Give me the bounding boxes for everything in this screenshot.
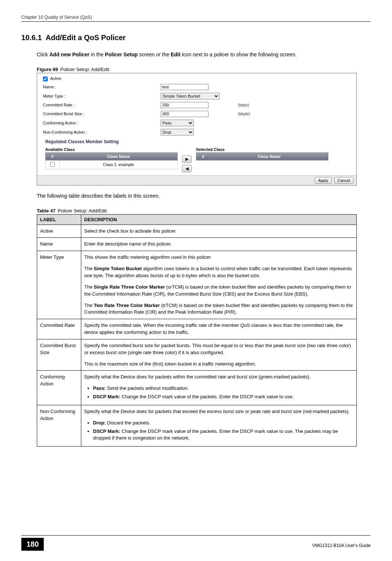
- intro-bold-edit: Edit: [171, 52, 180, 57]
- th-description: DESCRIPTION: [81, 214, 357, 225]
- row-label: Committed Rate: [37, 319, 81, 339]
- available-row-checkbox[interactable]: [50, 162, 55, 167]
- table-row: Conforming Action Specify what the Devic…: [37, 371, 357, 405]
- table-caption: Table 47Policer Setup: Add/Edit: [37, 208, 371, 214]
- row-label: Meter Type: [37, 251, 81, 319]
- arrow-column: ▶ ◀: [178, 147, 196, 172]
- table-row: Committed Burst Size Specify the committ…: [37, 339, 357, 371]
- cancel-button[interactable]: Cancel: [334, 177, 353, 184]
- committed-burst-unit: (kbyte): [238, 112, 250, 116]
- figure-caption: Figure 69Policer Setup: Add/Edit: [37, 67, 371, 72]
- apply-button[interactable]: Apply: [315, 177, 332, 184]
- bullet-list: Pass: Send the packets without modificat…: [84, 385, 353, 401]
- row-desc: Specify the committed burst size for pac…: [81, 339, 357, 371]
- table-row: Name Enter the descriptive name of this …: [37, 238, 357, 251]
- row-label: Name: [37, 238, 81, 251]
- description-table: LABEL DESCRIPTION Active Select the chec…: [37, 214, 357, 447]
- selected-col-hash: #: [196, 152, 210, 160]
- selected-class-table: # Class Name: [196, 152, 328, 160]
- desc-text: Enter the descriptive name of this polic…: [84, 241, 353, 248]
- row-label: Active: [37, 225, 81, 238]
- selected-col-classname: Class Name: [210, 152, 328, 160]
- available-row-name: Class 1: example: [60, 160, 178, 169]
- header-rule: [21, 21, 371, 22]
- row-desc: This shows the traffic metering algorith…: [81, 251, 357, 319]
- committed-rate-label: Committed Rate :: [43, 103, 161, 107]
- list-item: DSCP Mark: Change the DSCP mark value of…: [93, 394, 353, 401]
- name-label: Name :: [43, 85, 161, 89]
- desc-text: Specify what the Device does for packets…: [84, 408, 353, 415]
- figure-label: Figure 69: [37, 67, 58, 72]
- page-number: 180: [21, 538, 44, 551]
- intro-text: icon next to a policer to show the follo…: [181, 52, 297, 57]
- desc-text: The Two Rate Three Color Marker (trTCM) …: [84, 302, 353, 316]
- desc-text: Select the check box to activate this po…: [84, 228, 353, 235]
- chevron-right-icon: ▶: [185, 156, 189, 162]
- move-right-button[interactable]: ▶: [182, 155, 192, 163]
- guide-name: VMG1312-B10A User's Guide: [312, 543, 371, 548]
- regulated-classes-heading: Regulated Classes Member Setting: [45, 139, 352, 144]
- chevron-left-icon: ◀: [185, 166, 189, 171]
- move-left-button[interactable]: ◀: [182, 165, 192, 172]
- page-footer: 180 VMG1312-B10A User's Guide: [21, 535, 371, 551]
- intro-text: in the: [89, 52, 105, 57]
- button-bar: Apply Cancel: [37, 175, 356, 185]
- bullet-list: Drop: Discard the packets. DSCP Mark: Ch…: [84, 420, 353, 442]
- table-row: Class 1: example: [46, 160, 178, 169]
- row-desc: Select the check box to activate this po…: [81, 225, 357, 238]
- running-header: Chapter 10 Quality of Service (QoS): [21, 15, 371, 20]
- committed-rate-input[interactable]: [161, 102, 209, 108]
- active-label: Active: [50, 76, 61, 81]
- selected-class-column: Selected Class # Class Name: [196, 147, 328, 160]
- desc-text: Specify what the Device does for packets…: [84, 374, 353, 381]
- after-figure-text: The following table describes the labels…: [37, 192, 371, 200]
- list-item: Drop: Discard the packets.: [93, 420, 353, 427]
- desc-text: This shows the traffic metering algorith…: [84, 254, 353, 261]
- section-heading: 10.6.1 Add/Edit a QoS Policer: [21, 33, 371, 42]
- table-label: Table 47: [37, 208, 56, 214]
- desc-text: The Simple Token Bucket algorithm uses t…: [84, 265, 353, 279]
- meter-type-label: Meter Type :: [43, 94, 161, 98]
- table-row: Non-Conforming Action Specify what the D…: [37, 405, 357, 446]
- table-row: Committed Rate Specify the committed rat…: [37, 319, 357, 339]
- figure-title: Policer Setup: Add/Edit: [60, 67, 109, 72]
- intro-text: Click: [37, 52, 49, 57]
- figure-frame: Active Name : Meter Type : Simple Token …: [37, 73, 357, 186]
- available-col-hash: #: [46, 152, 60, 160]
- row-desc: Specify the committed rate. When the inc…: [81, 319, 357, 339]
- section-title: Add/Edit a QoS Policer: [46, 33, 126, 42]
- th-label: LABEL: [37, 214, 81, 225]
- available-class-title: Available Class: [45, 147, 178, 152]
- active-checkbox[interactable]: [43, 77, 48, 81]
- available-col-classname: Class Name: [60, 152, 178, 160]
- desc-text: Specify the committed rate. When the inc…: [84, 322, 353, 336]
- intro-bold-add: Add new Policer: [49, 52, 89, 57]
- desc-text: Specify the committed burst size for pac…: [84, 342, 353, 356]
- row-label: Non-Conforming Action: [37, 405, 81, 446]
- table-title: Policer Setup: Add/Edit: [58, 208, 107, 214]
- row-desc: Specify what the Device does for packets…: [81, 405, 357, 446]
- nonconforming-action-label: Non-Conforming Action :: [43, 130, 161, 134]
- selected-class-title: Selected Class: [196, 147, 328, 152]
- table-row: Active Select the check box to activate …: [37, 225, 357, 238]
- classes-wrap: Available Class # Class Name Class 1: ex…: [37, 147, 356, 175]
- nonconforming-action-select[interactable]: Drop: [161, 129, 194, 135]
- intro-text: screen or the: [138, 52, 171, 57]
- intro-paragraph: Click Add new Policer in the Policer Set…: [37, 51, 371, 59]
- available-class-table: # Class Name Class 1: example: [45, 152, 178, 169]
- available-class-column: Available Class # Class Name Class 1: ex…: [45, 147, 178, 169]
- table-row: Meter Type This shows the traffic meteri…: [37, 251, 357, 319]
- committed-rate-unit: (kbps): [238, 103, 249, 107]
- active-checkbox-wrap: Active: [43, 76, 161, 81]
- conforming-action-select[interactable]: Pass: [161, 120, 194, 126]
- desc-text: The Single Rate Three Color Marker (srTC…: [84, 284, 353, 298]
- conforming-action-label: Conforming Action :: [43, 121, 161, 125]
- committed-burst-label: Committed Burst Size :: [43, 112, 161, 116]
- name-input[interactable]: [161, 84, 209, 90]
- list-item: Pass: Send the packets without modificat…: [93, 385, 353, 392]
- row-label: Committed Burst Size: [37, 339, 81, 371]
- meter-type-select[interactable]: Simple Token Bucket: [161, 93, 220, 99]
- section-number: 10.6.1: [21, 33, 42, 42]
- committed-burst-input[interactable]: [161, 111, 209, 117]
- intro-bold-screen: Policer Setup: [105, 52, 138, 57]
